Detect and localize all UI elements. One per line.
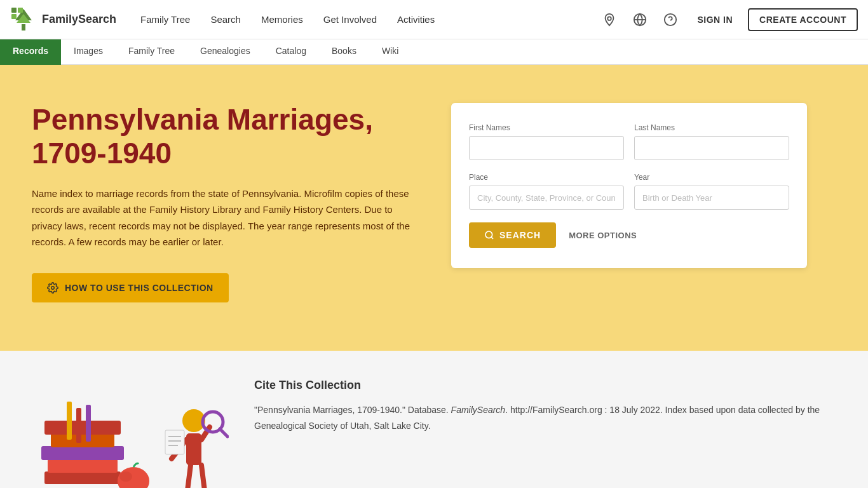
last-names-field: Last Names <box>634 123 789 160</box>
svg-rect-4 <box>11 8 17 13</box>
sub-nav-images[interactable]: Images <box>61 39 116 65</box>
illustration <box>32 376 229 488</box>
globe-icon-button[interactable] <box>628 8 651 31</box>
hero-section: Pennsylvania Marriages, 1709-1940 Name i… <box>0 65 868 351</box>
svg-rect-17 <box>41 446 124 460</box>
place-year-row: Place Year <box>469 173 789 210</box>
help-icon <box>663 13 677 27</box>
svg-point-13 <box>485 231 492 238</box>
svg-point-12 <box>51 287 55 290</box>
collection-illustration <box>32 376 229 488</box>
svg-line-29 <box>201 465 205 488</box>
svg-rect-23 <box>186 433 201 465</box>
logo-text: FamilySearch <box>42 13 116 26</box>
place-input[interactable] <box>469 186 624 210</box>
name-row: First Names Last Names <box>469 123 789 160</box>
nav-memories[interactable]: Memories <box>252 9 312 30</box>
collection-title: Pennsylvania Marriages, 1709-1940 <box>32 103 426 170</box>
svg-point-21 <box>119 471 132 482</box>
hero-left: Pennsylvania Marriages, 1709-1940 Name i… <box>32 103 426 302</box>
location-icon <box>602 13 616 27</box>
nav-activities[interactable]: Activities <box>388 9 444 30</box>
place-field: Place <box>469 173 624 210</box>
svg-rect-32 <box>86 405 91 442</box>
place-label: Place <box>469 173 624 182</box>
last-names-input[interactable] <box>634 136 789 160</box>
year-label: Year <box>634 173 789 182</box>
sign-in-button[interactable]: SIGN IN <box>689 11 740 29</box>
help-icon-button[interactable] <box>659 8 682 31</box>
nav-family-tree[interactable]: Family Tree <box>132 9 199 30</box>
how-to-use-button[interactable]: HOW TO USE THIS COLLECTION <box>32 273 229 302</box>
year-input[interactable] <box>634 186 789 210</box>
svg-point-7 <box>608 17 612 20</box>
top-nav-actions: SIGN IN CREATE ACCOUNT <box>598 8 858 31</box>
logo[interactable]: FamilySearch <box>10 6 116 33</box>
search-icon <box>484 230 494 240</box>
nav-get-involved[interactable]: Get Involved <box>315 9 386 30</box>
first-names-field: First Names <box>469 123 624 160</box>
svg-rect-6 <box>11 14 17 19</box>
sub-nav-genealogies[interactable]: Genealogies <box>187 39 263 65</box>
cite-italic: FamilySearch <box>451 405 506 415</box>
create-account-button[interactable]: CREATE ACCOUNT <box>748 8 858 31</box>
sub-nav-wiki[interactable]: Wiki <box>369 39 411 65</box>
search-button-label: SEARCH <box>499 230 541 240</box>
sub-nav-records[interactable]: Records <box>0 39 61 65</box>
sub-nav-family-tree[interactable]: Family Tree <box>116 39 187 65</box>
svg-rect-30 <box>67 402 72 440</box>
svg-rect-18 <box>51 433 114 447</box>
svg-line-28 <box>187 465 191 488</box>
svg-rect-31 <box>76 408 81 443</box>
globe-icon <box>633 13 647 27</box>
citation-section: Cite This Collection "Pennsylvania Marri… <box>254 376 836 488</box>
sub-nav-catalog[interactable]: Catalog <box>263 39 319 65</box>
sub-navigation: Records Images Family Tree Genealogies C… <box>0 39 868 65</box>
top-nav-links: Family Tree Search Memories Get Involved… <box>132 9 598 30</box>
search-card: First Names Last Names Place Year <box>451 103 807 268</box>
cite-text: "Pennsylvania Marriages, 1709-1940." Dat… <box>254 402 836 433</box>
sub-nav-books[interactable]: Books <box>319 39 369 65</box>
more-options-button[interactable]: MORE OPTIONS <box>569 231 637 240</box>
svg-rect-19 <box>44 421 121 435</box>
svg-rect-5 <box>18 8 23 13</box>
search-actions: SEARCH MORE OPTIONS <box>469 222 789 248</box>
how-to-button-label: HOW TO USE THIS COLLECTION <box>65 283 214 293</box>
top-navigation: FamilySearch Family Tree Search Memories… <box>0 0 868 39</box>
year-field: Year <box>634 173 789 210</box>
collection-description: Name index to marriage records from the … <box>32 186 413 250</box>
cite-title: Cite This Collection <box>254 379 836 392</box>
svg-rect-15 <box>44 471 121 484</box>
settings-icon <box>47 282 58 294</box>
last-names-label: Last Names <box>634 123 789 132</box>
svg-rect-33 <box>165 430 184 454</box>
first-names-input[interactable] <box>469 136 624 160</box>
search-button[interactable]: SEARCH <box>469 222 556 248</box>
svg-rect-16 <box>48 459 118 473</box>
svg-rect-1 <box>22 24 25 30</box>
nav-search[interactable]: Search <box>201 9 250 30</box>
svg-line-14 <box>491 237 493 239</box>
location-icon-button[interactable] <box>598 8 621 31</box>
logo-icon <box>10 6 37 33</box>
svg-line-27 <box>220 429 227 437</box>
lower-section: Cite This Collection "Pennsylvania Marri… <box>0 351 868 488</box>
first-names-label: First Names <box>469 123 624 132</box>
